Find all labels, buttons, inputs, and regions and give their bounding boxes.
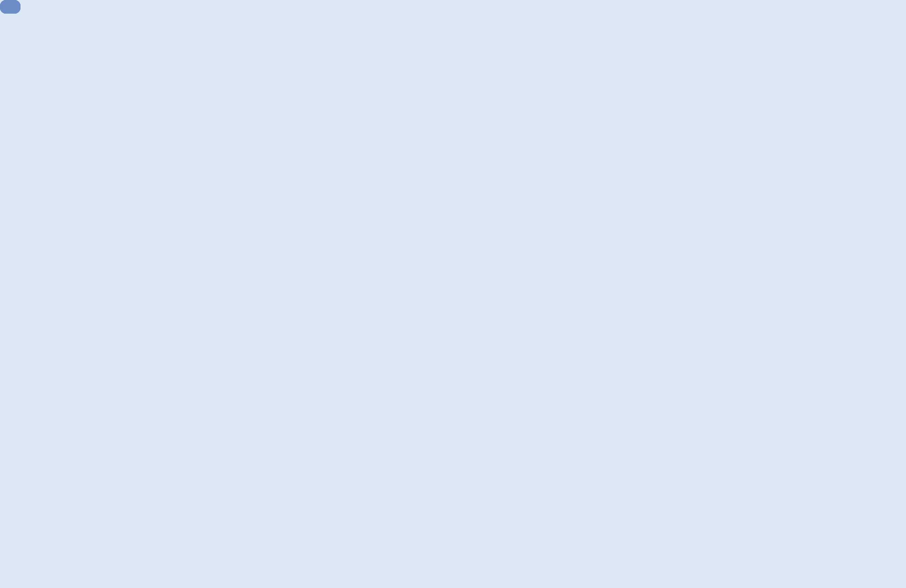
output-paperback-node [0, 0, 21, 14]
